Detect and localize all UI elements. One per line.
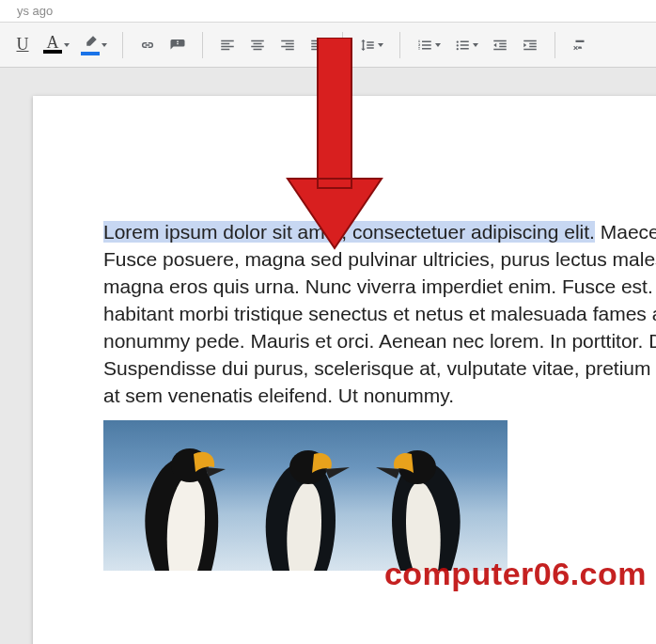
line-spacing-icon: [359, 37, 376, 54]
align-center-button[interactable]: [242, 30, 273, 60]
edit-info-text: ys ago: [17, 4, 53, 18]
body-text-fragment[interactable]: Maecen: [595, 221, 656, 243]
highlighter-icon: [82, 34, 99, 51]
toolbar-separator: [342, 32, 343, 58]
highlight-color-button[interactable]: [75, 30, 113, 60]
toolbar-separator: [202, 32, 203, 58]
highlight-swatch: [81, 52, 100, 55]
increase-indent-button[interactable]: [515, 30, 545, 60]
align-justify-button[interactable]: [303, 30, 333, 60]
underline-button[interactable]: U: [8, 30, 38, 60]
last-edit-info: ys ago: [0, 0, 656, 23]
align-right-button[interactable]: [273, 30, 303, 60]
text-color-button[interactable]: A: [38, 30, 75, 60]
selected-text[interactable]: Lorem ipsum dolor sit amet, consectetuer…: [103, 221, 595, 243]
bulleted-list-icon: [454, 37, 471, 54]
underline-icon: U: [17, 35, 29, 55]
text-color-icon: A: [47, 36, 59, 49]
numbered-list-button[interactable]: [410, 30, 447, 60]
document-body-text[interactable]: Lorem ipsum dolor sit amet, consectetuer…: [103, 218, 656, 409]
toolbar-separator: [554, 32, 555, 58]
link-icon: [139, 37, 156, 54]
clear-formatting-button[interactable]: [565, 30, 595, 60]
align-center-icon: [249, 37, 266, 54]
decrease-indent-button[interactable]: [485, 30, 515, 60]
body-text-fragment[interactable]: at sem venenatis eleifend. Ut nonummy.: [103, 385, 454, 406]
add-comment-button[interactable]: [163, 30, 193, 60]
formatting-toolbar: U A: [0, 23, 656, 68]
bulleted-list-button[interactable]: [447, 30, 485, 60]
chevron-down-icon: [378, 43, 383, 47]
clear-group: [559, 23, 601, 67]
insert-link-button[interactable]: [133, 30, 163, 60]
decrease-indent-icon: [492, 37, 508, 54]
chevron-down-icon: [435, 43, 441, 47]
comment-icon: [169, 37, 186, 54]
penguins-illustration: [103, 420, 508, 571]
spacing-group: [347, 23, 396, 67]
numbered-list-icon: [416, 37, 433, 54]
chevron-down-icon: [473, 43, 478, 47]
watermark-text: computer06.com: [384, 556, 647, 592]
line-spacing-button[interactable]: [352, 30, 390, 60]
align-left-button[interactable]: [212, 30, 242, 60]
document-image[interactable]: [103, 420, 508, 571]
list-group: [404, 23, 551, 67]
toolbar-separator: [122, 32, 123, 58]
text-style-group: U A: [2, 23, 118, 67]
body-text-fragment[interactable]: Fusce posuere, magna sed pulvinar ultric…: [103, 248, 656, 270]
insert-group: [127, 23, 198, 67]
increase-indent-icon: [522, 37, 539, 54]
chevron-down-icon: [102, 43, 107, 47]
body-text-fragment[interactable]: magna eros quis urna. Nunc viverra imper…: [103, 275, 656, 297]
body-text-fragment[interactable]: nonummy pede. Mauris et orci. Aenean nec…: [103, 330, 656, 352]
body-text-fragment[interactable]: Suspendisse dui purus, scelerisque at, v…: [103, 357, 656, 379]
clear-formatting-icon: [571, 37, 588, 54]
text-color-swatch: [43, 50, 62, 54]
align-justify-icon: [309, 37, 326, 54]
align-left-icon: [219, 37, 236, 54]
body-text-fragment[interactable]: habitant morbi tristique senectus et net…: [103, 303, 656, 324]
toolbar-separator: [399, 32, 400, 58]
chevron-down-icon: [64, 43, 70, 47]
align-group: [207, 23, 338, 67]
align-right-icon: [279, 37, 296, 54]
